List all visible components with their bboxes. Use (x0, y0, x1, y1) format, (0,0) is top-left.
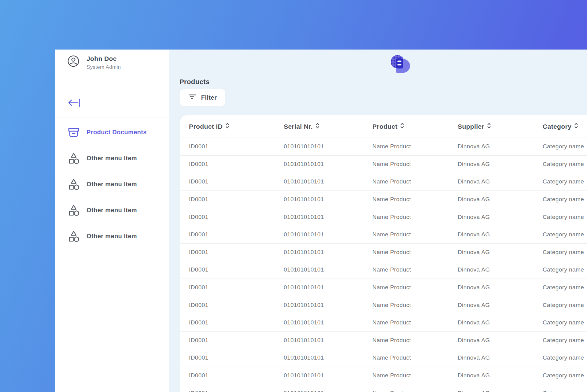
cell-category: Category name (543, 173, 584, 190)
filter-button[interactable]: Filter (180, 89, 225, 106)
table-row[interactable]: ID0001010101010101Name ProductDinnova AG… (180, 244, 587, 261)
column-header-label: Product ID (189, 123, 223, 130)
cell-product_id: ID0001 (189, 156, 209, 173)
app-background: { "colors": { "accent": "#5F5EE3", "grad… (0, 0, 587, 392)
table-row[interactable]: ID0001010101010101Name ProductDinnova AG… (180, 173, 587, 191)
table-row[interactable]: ID0001010101010101Name ProductDinnova AG… (180, 349, 587, 367)
cell-category: Category name (543, 279, 584, 296)
cell-supplier: Dinnova AG (458, 208, 490, 226)
shapes-icon (67, 152, 80, 165)
table-row[interactable]: ID0001010101010101Name ProductDinnova AG… (180, 332, 587, 349)
user-meta: John Doe System Admin (87, 55, 121, 70)
collapse-sidebar-icon (67, 98, 81, 108)
sidebar-item-label: Other menu Item (87, 207, 137, 214)
sidebar-item-product-documents[interactable]: Product Documents (55, 119, 169, 145)
table-row[interactable]: ID0001010101010101Name ProductDinnova AG… (180, 261, 587, 279)
page-title: Products (179, 78, 210, 86)
sidebar-item-other-menu-item-3[interactable]: Other menu Item (55, 197, 169, 223)
cell-serial_nr: 010101010101 (284, 314, 324, 331)
logo-bar (397, 61, 401, 62)
sort-chevrons-icon (487, 122, 491, 131)
cell-supplier: Dinnova AG (458, 261, 490, 279)
table-row[interactable]: ID0001010101010101Name ProductDinnova AG… (180, 296, 587, 314)
cell-supplier: Dinnova AG (458, 279, 490, 296)
column-header-label: Product (372, 123, 397, 130)
filter-lines-icon (188, 94, 196, 101)
sidebar-divider (55, 117, 169, 117)
cell-supplier: Dinnova AG (458, 349, 490, 367)
shapes-icon (67, 204, 80, 217)
sidebar-item-label: Other menu Item (87, 155, 137, 162)
table-row[interactable]: ID0001010101010101Name ProductDinnova AG… (180, 314, 587, 332)
cell-category: Category name (543, 156, 584, 173)
cell-category: Category name (543, 384, 584, 392)
products-table: Product IDSerial Nr.ProductSupplierCateg… (180, 115, 587, 392)
cell-serial_nr: 010101010101 (284, 191, 324, 208)
cell-product: Name Product (372, 138, 411, 155)
cell-serial_nr: 010101010101 (284, 208, 324, 226)
sidebar-item-other-menu-item-2[interactable]: Other menu Item (55, 171, 169, 197)
table-row[interactable]: ID0001010101010101Name ProductDinnova AG… (180, 138, 587, 156)
column-header-supplier[interactable]: Supplier (458, 115, 491, 138)
column-header-product[interactable]: Product (372, 115, 404, 138)
cell-supplier: Dinnova AG (458, 244, 490, 261)
cell-category: Category name (543, 138, 584, 155)
cell-category: Category name (543, 367, 584, 384)
cell-category: Category name (543, 244, 584, 261)
column-header-product_id[interactable]: Product ID (189, 115, 229, 138)
cell-product: Name Product (372, 191, 411, 208)
cell-category: Category name (543, 208, 584, 226)
cell-category: Category name (543, 314, 584, 331)
sidebar-item-other-menu-item-4[interactable]: Other menu Item (55, 223, 169, 249)
table-row[interactable]: ID0001010101010101Name ProductDinnova AG… (180, 226, 587, 244)
user-block: John Doe System Admin (67, 55, 121, 70)
cell-product_id: ID0001 (189, 279, 209, 296)
cell-category: Category name (543, 191, 584, 208)
table-row[interactable]: ID0001010101010101Name ProductDinnova AG… (180, 191, 587, 209)
column-header-serial_nr[interactable]: Serial Nr. (284, 115, 319, 138)
cell-serial_nr: 010101010101 (284, 173, 324, 190)
sidebar: John Doe System Admin Product DocumentsO… (55, 50, 169, 392)
sidebar-menu: Product DocumentsOther menu ItemOther me… (55, 119, 169, 249)
cell-product_id: ID0001 (189, 261, 209, 279)
table-row[interactable]: ID0001010101010101Name ProductDinnova AG… (180, 156, 587, 173)
user-circle-icon (67, 55, 79, 67)
chat-bubble-logo (391, 55, 410, 73)
cell-serial_nr: 010101010101 (284, 226, 324, 243)
cell-product_id: ID0001 (189, 296, 209, 314)
cell-product_id: ID0001 (189, 349, 209, 367)
collapse-sidebar-button[interactable] (66, 97, 82, 109)
archive-box-icon (67, 126, 80, 139)
cell-category: Category name (543, 226, 584, 243)
cell-product: Name Product (372, 296, 411, 314)
cell-product: Name Product (372, 367, 411, 384)
cell-product: Name Product (372, 156, 411, 173)
cell-supplier: Dinnova AG (458, 296, 490, 314)
table-row[interactable]: ID0001010101010101Name ProductDinnova AG… (180, 367, 587, 385)
cell-supplier: Dinnova AG (458, 173, 490, 190)
cell-product_id: ID0001 (189, 384, 209, 392)
cell-supplier: Dinnova AG (458, 138, 490, 155)
cell-product: Name Product (372, 332, 411, 349)
cell-category: Category name (543, 296, 584, 314)
cell-product_id: ID0001 (189, 314, 209, 331)
cell-supplier: Dinnova AG (458, 191, 490, 208)
table-row[interactable]: ID0001010101010101Name ProductDinnova AG… (180, 208, 587, 226)
cell-product_id: ID0001 (189, 332, 209, 349)
cell-product_id: ID0001 (189, 367, 209, 384)
cell-supplier: Dinnova AG (458, 384, 490, 392)
cell-serial_nr: 010101010101 (284, 156, 324, 173)
cell-supplier: Dinnova AG (458, 226, 490, 243)
column-header-category[interactable]: Category (543, 115, 578, 138)
table-row[interactable]: ID0001010101010101Name ProductDinnova AG… (180, 279, 587, 297)
table-row[interactable]: ID0001010101010101Name ProductDinnova AG… (180, 384, 587, 392)
cell-product: Name Product (372, 208, 411, 226)
user-name: John Doe (87, 55, 121, 62)
filter-button-label: Filter (201, 94, 217, 101)
sidebar-item-other-menu-item-1[interactable]: Other menu Item (55, 145, 169, 171)
sidebar-item-label: Other menu Item (87, 181, 137, 188)
cell-product: Name Product (372, 314, 411, 331)
cell-product: Name Product (372, 349, 411, 367)
cell-category: Category name (543, 261, 584, 279)
logo-mark (396, 58, 403, 68)
